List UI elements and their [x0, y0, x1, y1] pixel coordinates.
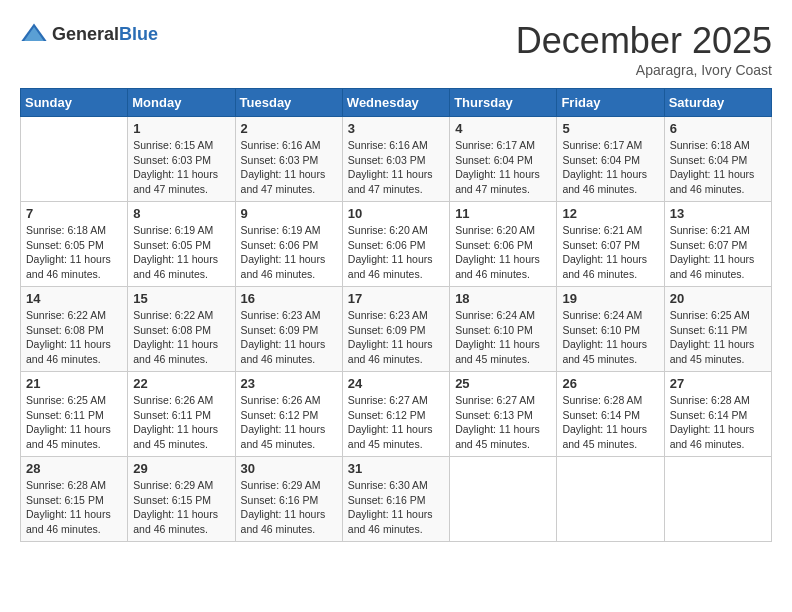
calendar-cell: 10 Sunrise: 6:20 AM Sunset: 6:06 PM Dayl… [342, 202, 449, 287]
calendar-cell: 24 Sunrise: 6:27 AM Sunset: 6:12 PM Dayl… [342, 372, 449, 457]
day-header-friday: Friday [557, 89, 664, 117]
day-number: 16 [241, 291, 337, 306]
calendar-cell: 5 Sunrise: 6:17 AM Sunset: 6:04 PM Dayli… [557, 117, 664, 202]
calendar-table: SundayMondayTuesdayWednesdayThursdayFrid… [20, 88, 772, 542]
daylight: Daylight: 11 hours and 47 minutes. [133, 168, 218, 195]
sunset: Sunset: 6:04 PM [670, 154, 748, 166]
cell-info: Sunrise: 6:30 AM Sunset: 6:16 PM Dayligh… [348, 478, 444, 537]
daylight: Daylight: 11 hours and 45 minutes. [670, 338, 755, 365]
sunrise: Sunrise: 6:16 AM [348, 139, 428, 151]
daylight: Daylight: 11 hours and 45 minutes. [562, 423, 647, 450]
sunrise: Sunrise: 6:23 AM [241, 309, 321, 321]
sunset: Sunset: 6:07 PM [670, 239, 748, 251]
daylight: Daylight: 11 hours and 45 minutes. [455, 423, 540, 450]
calendar-cell [450, 457, 557, 542]
sunrise: Sunrise: 6:29 AM [133, 479, 213, 491]
day-number: 1 [133, 121, 229, 136]
sunrise: Sunrise: 6:30 AM [348, 479, 428, 491]
calendar-header-row: SundayMondayTuesdayWednesdayThursdayFrid… [21, 89, 772, 117]
calendar-cell: 17 Sunrise: 6:23 AM Sunset: 6:09 PM Dayl… [342, 287, 449, 372]
sunrise: Sunrise: 6:20 AM [348, 224, 428, 236]
daylight: Daylight: 11 hours and 45 minutes. [241, 423, 326, 450]
sunset: Sunset: 6:07 PM [562, 239, 640, 251]
sunset: Sunset: 6:14 PM [562, 409, 640, 421]
page-header: GeneralBlue December 2025 Aparagra, Ivor… [20, 20, 772, 78]
daylight: Daylight: 11 hours and 46 minutes. [670, 168, 755, 195]
sunset: Sunset: 6:06 PM [241, 239, 319, 251]
daylight: Daylight: 11 hours and 46 minutes. [241, 508, 326, 535]
day-number: 5 [562, 121, 658, 136]
day-header-wednesday: Wednesday [342, 89, 449, 117]
day-number: 14 [26, 291, 122, 306]
cell-info: Sunrise: 6:27 AM Sunset: 6:12 PM Dayligh… [348, 393, 444, 452]
cell-info: Sunrise: 6:16 AM Sunset: 6:03 PM Dayligh… [348, 138, 444, 197]
day-number: 9 [241, 206, 337, 221]
day-number: 6 [670, 121, 766, 136]
day-header-tuesday: Tuesday [235, 89, 342, 117]
cell-info: Sunrise: 6:21 AM Sunset: 6:07 PM Dayligh… [562, 223, 658, 282]
daylight: Daylight: 11 hours and 46 minutes. [348, 338, 433, 365]
sunset: Sunset: 6:08 PM [26, 324, 104, 336]
cell-info: Sunrise: 6:24 AM Sunset: 6:10 PM Dayligh… [562, 308, 658, 367]
daylight: Daylight: 11 hours and 46 minutes. [455, 253, 540, 280]
sunrise: Sunrise: 6:17 AM [455, 139, 535, 151]
cell-info: Sunrise: 6:28 AM Sunset: 6:15 PM Dayligh… [26, 478, 122, 537]
subtitle: Aparagra, Ivory Coast [516, 62, 772, 78]
sunset: Sunset: 6:06 PM [348, 239, 426, 251]
calendar-cell: 15 Sunrise: 6:22 AM Sunset: 6:08 PM Dayl… [128, 287, 235, 372]
daylight: Daylight: 11 hours and 46 minutes. [241, 253, 326, 280]
sunset: Sunset: 6:11 PM [133, 409, 211, 421]
cell-info: Sunrise: 6:17 AM Sunset: 6:04 PM Dayligh… [562, 138, 658, 197]
daylight: Daylight: 11 hours and 46 minutes. [670, 423, 755, 450]
cell-info: Sunrise: 6:29 AM Sunset: 6:16 PM Dayligh… [241, 478, 337, 537]
calendar-cell: 12 Sunrise: 6:21 AM Sunset: 6:07 PM Dayl… [557, 202, 664, 287]
day-number: 2 [241, 121, 337, 136]
calendar-cell: 6 Sunrise: 6:18 AM Sunset: 6:04 PM Dayli… [664, 117, 771, 202]
day-number: 3 [348, 121, 444, 136]
calendar-cell: 16 Sunrise: 6:23 AM Sunset: 6:09 PM Dayl… [235, 287, 342, 372]
day-number: 17 [348, 291, 444, 306]
daylight: Daylight: 11 hours and 46 minutes. [133, 508, 218, 535]
day-number: 15 [133, 291, 229, 306]
cell-info: Sunrise: 6:21 AM Sunset: 6:07 PM Dayligh… [670, 223, 766, 282]
cell-info: Sunrise: 6:28 AM Sunset: 6:14 PM Dayligh… [562, 393, 658, 452]
calendar-week-row: 21 Sunrise: 6:25 AM Sunset: 6:11 PM Dayl… [21, 372, 772, 457]
sunrise: Sunrise: 6:28 AM [26, 479, 106, 491]
day-number: 28 [26, 461, 122, 476]
cell-info: Sunrise: 6:25 AM Sunset: 6:11 PM Dayligh… [670, 308, 766, 367]
cell-info: Sunrise: 6:27 AM Sunset: 6:13 PM Dayligh… [455, 393, 551, 452]
logo-general: General [52, 24, 119, 44]
cell-info: Sunrise: 6:26 AM Sunset: 6:12 PM Dayligh… [241, 393, 337, 452]
calendar-cell: 3 Sunrise: 6:16 AM Sunset: 6:03 PM Dayli… [342, 117, 449, 202]
calendar-week-row: 14 Sunrise: 6:22 AM Sunset: 6:08 PM Dayl… [21, 287, 772, 372]
sunset: Sunset: 6:03 PM [241, 154, 319, 166]
day-number: 20 [670, 291, 766, 306]
sunset: Sunset: 6:10 PM [562, 324, 640, 336]
daylight: Daylight: 11 hours and 45 minutes. [26, 423, 111, 450]
day-number: 27 [670, 376, 766, 391]
day-number: 22 [133, 376, 229, 391]
calendar-cell: 26 Sunrise: 6:28 AM Sunset: 6:14 PM Dayl… [557, 372, 664, 457]
sunset: Sunset: 6:05 PM [133, 239, 211, 251]
sunset: Sunset: 6:12 PM [348, 409, 426, 421]
sunset: Sunset: 6:09 PM [241, 324, 319, 336]
calendar-cell: 27 Sunrise: 6:28 AM Sunset: 6:14 PM Dayl… [664, 372, 771, 457]
daylight: Daylight: 11 hours and 46 minutes. [26, 338, 111, 365]
daylight: Daylight: 11 hours and 46 minutes. [348, 508, 433, 535]
sunset: Sunset: 6:04 PM [562, 154, 640, 166]
sunset: Sunset: 6:16 PM [348, 494, 426, 506]
calendar-cell: 11 Sunrise: 6:20 AM Sunset: 6:06 PM Dayl… [450, 202, 557, 287]
sunrise: Sunrise: 6:25 AM [670, 309, 750, 321]
calendar-cell: 28 Sunrise: 6:28 AM Sunset: 6:15 PM Dayl… [21, 457, 128, 542]
sunrise: Sunrise: 6:22 AM [26, 309, 106, 321]
sunrise: Sunrise: 6:25 AM [26, 394, 106, 406]
cell-info: Sunrise: 6:23 AM Sunset: 6:09 PM Dayligh… [348, 308, 444, 367]
sunrise: Sunrise: 6:26 AM [241, 394, 321, 406]
sunset: Sunset: 6:16 PM [241, 494, 319, 506]
calendar-cell: 14 Sunrise: 6:22 AM Sunset: 6:08 PM Dayl… [21, 287, 128, 372]
day-number: 19 [562, 291, 658, 306]
sunset: Sunset: 6:05 PM [26, 239, 104, 251]
logo-icon [20, 20, 48, 48]
calendar-cell: 30 Sunrise: 6:29 AM Sunset: 6:16 PM Dayl… [235, 457, 342, 542]
cell-info: Sunrise: 6:24 AM Sunset: 6:10 PM Dayligh… [455, 308, 551, 367]
